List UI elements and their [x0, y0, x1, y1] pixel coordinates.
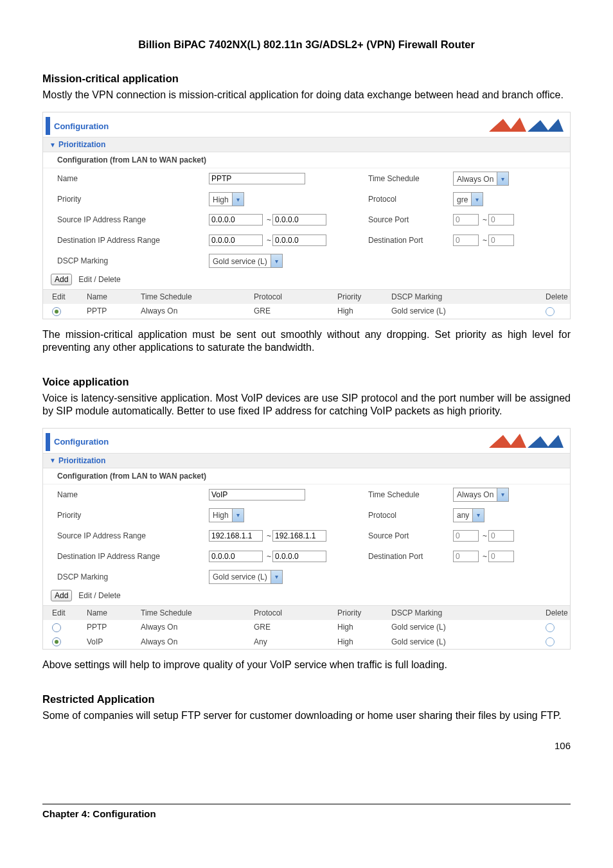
dscp-select[interactable]: Gold service (L)▾	[209, 254, 283, 268]
label-dst-ip: Destination IP Address Range	[57, 552, 209, 561]
label-protocol: Protocol	[368, 195, 453, 204]
delete-radio[interactable]	[546, 637, 555, 646]
name-input[interactable]	[209, 173, 305, 184]
chevron-down-icon: ▾	[232, 509, 244, 522]
row-dscp: Gold service (L)	[391, 306, 546, 315]
panel-title: Configuration	[54, 437, 109, 447]
add-button[interactable]: Add	[51, 274, 72, 285]
collapse-icon[interactable]: ▼	[49, 457, 56, 464]
dst-ip-a-input[interactable]	[209, 235, 263, 246]
label-dst-port: Destination Port	[368, 236, 453, 245]
body-text-voice: Voice is latency-sensitive application. …	[42, 392, 571, 418]
edit-radio[interactable]	[52, 637, 61, 646]
section-title-restricted: Restricted Application	[42, 693, 571, 705]
protocol-select[interactable]: any▾	[453, 508, 484, 522]
range-tilde: ~	[267, 531, 271, 540]
panel-accent-bar	[46, 433, 50, 451]
priority-select[interactable]: High▾	[209, 508, 244, 522]
row-protocol: GRE	[254, 623, 337, 632]
edit-delete-label: Edit / Delete	[78, 275, 120, 284]
label-dst-ip: Destination IP Address Range	[57, 236, 209, 245]
dst-port-b-input[interactable]	[488, 551, 514, 562]
delete-radio[interactable]	[546, 623, 555, 632]
section-title-voice: Voice application	[42, 376, 571, 388]
subhead-config: Configuration (from LAN to WAN packet)	[43, 468, 570, 484]
label-priority: Priority	[57, 511, 209, 520]
list-rows-2: PPTPAlways OnGREHighGold service (L)VoIP…	[43, 620, 570, 650]
time-schedule-select[interactable]: Always On▾	[453, 488, 509, 502]
chevron-down-icon: ▾	[471, 193, 483, 206]
section-title-mission: Mission-critical application	[42, 73, 571, 85]
page-number: 106	[555, 740, 571, 751]
label-dst-port: Destination Port	[368, 552, 453, 561]
edit-radio[interactable]	[52, 307, 61, 316]
range-tilde: ~	[267, 552, 271, 561]
delete-radio[interactable]	[546, 307, 555, 316]
dst-port-a-input[interactable]	[453, 551, 479, 562]
config-panel-1: Configuration ▼ Prioritization Configura…	[42, 112, 571, 319]
label-src-port: Source Port	[368, 215, 453, 224]
chevron-down-icon: ▾	[497, 488, 508, 501]
src-ip-a-input[interactable]	[209, 214, 263, 226]
src-port-a-input[interactable]	[453, 530, 479, 542]
label-dscp: DSCP Marking	[57, 572, 209, 581]
src-ip-b-input[interactable]	[272, 530, 326, 542]
name-input[interactable]	[209, 489, 305, 500]
dscp-select[interactable]: Gold service (L)▾	[209, 570, 283, 584]
range-tilde: ~	[483, 215, 487, 224]
panel-title: Configuration	[54, 121, 109, 131]
subhead-config: Configuration (from LAN to WAN packet)	[43, 152, 570, 168]
subhead-prioritization: Prioritization	[58, 140, 105, 149]
time-schedule-select[interactable]: Always On▾	[453, 172, 509, 186]
table-row: VoIPAlways OnAnyHighGold service (L)	[43, 635, 570, 650]
page-header: Billion BiPAC 7402NX(L) 802.11n 3G/ADSL2…	[42, 39, 571, 51]
subhead-prioritization: Prioritization	[58, 456, 105, 465]
row-time-schedule: Always On	[141, 637, 254, 646]
row-priority: High	[337, 623, 391, 632]
list-rows-1: PPTPAlways OnGREHighGold service (L)	[43, 304, 570, 319]
row-priority: High	[337, 637, 391, 646]
protocol-select[interactable]: gre▾	[453, 192, 483, 206]
body-text-mission: Mostly the VPN connection is mission-cri…	[42, 89, 571, 102]
footer-chapter: Chapter 4: Configuration	[42, 808, 156, 819]
label-src-port: Source Port	[368, 531, 453, 540]
dst-ip-b-input[interactable]	[272, 551, 326, 562]
chevron-down-icon: ▾	[232, 193, 244, 206]
list-header: Edit Name Time Schedule Protocol Priorit…	[43, 605, 570, 620]
label-time-schedule: Time Schedule	[368, 174, 453, 183]
body-text-voice-after: Above settings will help to improve qual…	[42, 659, 571, 671]
dst-port-b-input[interactable]	[488, 235, 514, 246]
edit-delete-label: Edit / Delete	[78, 591, 120, 600]
row-dscp: Gold service (L)	[391, 623, 546, 632]
priority-select[interactable]: High▾	[209, 192, 244, 206]
row-name: VoIP	[87, 637, 141, 646]
dst-ip-b-input[interactable]	[272, 235, 326, 246]
brand-logo	[488, 432, 565, 452]
src-port-b-input[interactable]	[488, 530, 514, 542]
table-row: PPTPAlways OnGREHighGold service (L)	[43, 620, 570, 635]
add-button[interactable]: Add	[51, 590, 72, 601]
config-panel-2: Configuration ▼ Prioritization Configura…	[42, 428, 571, 650]
label-dscp: DSCP Marking	[57, 256, 209, 265]
row-name: PPTP	[87, 623, 141, 632]
row-protocol: Any	[254, 637, 337, 646]
row-time-schedule: Always On	[141, 306, 254, 315]
row-time-schedule: Always On	[141, 623, 254, 632]
brand-logo	[488, 116, 565, 136]
edit-radio[interactable]	[52, 623, 61, 632]
range-tilde: ~	[267, 215, 271, 224]
label-name: Name	[57, 490, 209, 499]
row-name: PPTP	[87, 306, 141, 315]
src-ip-a-input[interactable]	[209, 530, 263, 542]
range-tilde: ~	[267, 236, 271, 245]
src-port-a-input[interactable]	[453, 214, 479, 226]
src-port-b-input[interactable]	[488, 214, 514, 226]
label-src-ip: Source IP Address Range	[57, 215, 209, 224]
dst-ip-a-input[interactable]	[209, 551, 263, 562]
collapse-icon[interactable]: ▼	[49, 141, 56, 148]
chevron-down-icon: ▾	[497, 172, 508, 185]
src-ip-b-input[interactable]	[272, 214, 326, 226]
dst-port-a-input[interactable]	[453, 235, 479, 246]
label-time-schedule: Time Schedule	[368, 490, 453, 499]
label-src-ip: Source IP Address Range	[57, 531, 209, 540]
